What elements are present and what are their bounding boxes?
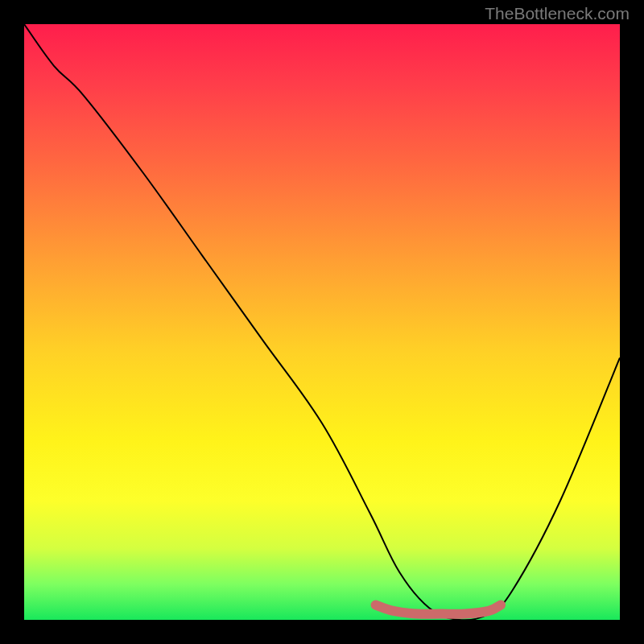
optimal-zone-marker xyxy=(376,605,501,614)
chart-plot-area xyxy=(24,24,620,620)
chart-svg xyxy=(24,24,620,620)
bottleneck-curve-line xyxy=(24,24,620,620)
watermark-text: TheBottleneck.com xyxy=(485,4,630,23)
